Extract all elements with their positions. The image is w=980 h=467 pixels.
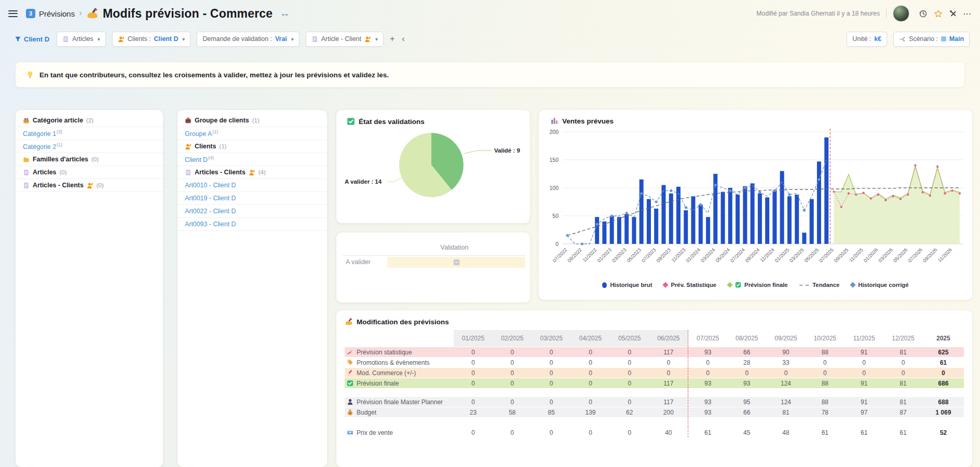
table-cell[interactable]: 117 — [649, 378, 688, 389]
table-cell[interactable]: 0 — [923, 368, 964, 378]
legend-item[interactable]: Prévision finale — [728, 282, 788, 288]
filter-chip-3[interactable]: Article - Client▾ — [306, 32, 384, 47]
list-item[interactable]: Art0022 - Client D — [178, 205, 327, 218]
resize-arrows-icon[interactable]: ↔ — [280, 8, 290, 19]
table-cell[interactable]: 0 — [454, 428, 493, 438]
list-item[interactable]: Art0019 - Client D — [178, 192, 327, 205]
indeterminate-checkbox-icon[interactable] — [453, 259, 460, 266]
table-cell[interactable]: 0 — [883, 358, 922, 368]
table-cell[interactable]: 0 — [532, 397, 571, 407]
column-header[interactable]: 12/2025 — [883, 330, 922, 347]
table-cell[interactable]: 625 — [923, 347, 964, 358]
column-header[interactable]: 09/2025 — [766, 330, 805, 347]
star-icon[interactable] — [934, 9, 943, 18]
legend-item[interactable]: Historique corrigé — [851, 282, 908, 288]
list-item[interactable]: Art0010 - Client D — [178, 179, 327, 192]
scenario-selector[interactable]: Scénario : Main — [893, 32, 970, 47]
table-cell[interactable]: 0 — [610, 428, 649, 438]
table-cell[interactable]: 0 — [532, 368, 571, 378]
column-header[interactable]: 04/2025 — [571, 330, 610, 347]
filter-chip-1[interactable]: Clients :Client D▾ — [112, 32, 191, 47]
legend-item[interactable]: Prév. Statistique — [663, 282, 716, 288]
table-cell[interactable]: 40 — [649, 428, 688, 438]
table-cell[interactable]: 0 — [532, 358, 571, 368]
table-cell[interactable]: 28 — [727, 358, 766, 368]
table-cell[interactable]: 0 — [454, 347, 493, 358]
column-header[interactable]: 2025 — [923, 330, 964, 347]
list-item[interactable]: Catégorie 1(3) — [16, 127, 163, 140]
table-cell[interactable]: 52 — [923, 428, 964, 438]
column-header[interactable]: 07/2025 — [688, 330, 727, 347]
table-cell[interactable]: 33 — [766, 358, 805, 368]
table-cell[interactable]: 0 — [688, 368, 727, 378]
table-cell[interactable]: 61 — [806, 428, 845, 438]
table-cell[interactable]: 0 — [493, 347, 532, 358]
table-cell[interactable]: 124 — [766, 397, 805, 407]
table-cell[interactable]: 0 — [766, 368, 805, 378]
table-cell[interactable]: 81 — [766, 407, 805, 418]
table-cell[interactable]: 0 — [610, 378, 649, 389]
section-header[interactable]: Catégorie article(2) — [16, 114, 163, 127]
table-cell[interactable]: 48 — [766, 428, 805, 438]
table-cell[interactable]: 0 — [493, 368, 532, 378]
table-cell[interactable]: 90 — [766, 347, 805, 358]
history-icon[interactable] — [919, 9, 928, 18]
table-cell[interactable]: 23 — [454, 407, 493, 418]
menu-icon[interactable] — [8, 10, 18, 17]
tools-icon[interactable] — [949, 9, 958, 18]
filter-chip-0[interactable]: Articles▾ — [57, 32, 106, 47]
table-cell[interactable]: 0 — [571, 378, 610, 389]
active-filter[interactable]: Client D — [15, 35, 49, 43]
table-cell[interactable]: 0 — [883, 368, 922, 378]
unit-selector[interactable]: Unité : k€ — [847, 32, 887, 47]
list-item[interactable]: Catégorie 2(1) — [16, 140, 163, 153]
table-cell[interactable]: 139 — [571, 407, 610, 418]
column-header[interactable]: 08/2025 — [727, 330, 766, 347]
table-cell[interactable]: 91 — [845, 397, 883, 407]
table-cell[interactable]: 61 — [845, 428, 883, 438]
table-cell[interactable]: 88 — [806, 378, 845, 389]
validation-cell[interactable] — [387, 257, 525, 268]
section-header[interactable]: Familles d'articles(0) — [16, 153, 163, 166]
column-header[interactable]: 03/2025 — [532, 330, 571, 347]
table-cell[interactable]: 0 — [727, 368, 766, 378]
table-cell[interactable]: 93 — [688, 347, 727, 358]
legend-item[interactable]: Historique brut — [602, 282, 652, 288]
table-cell[interactable]: 0 — [806, 358, 845, 368]
table-cell[interactable]: 81 — [883, 347, 922, 358]
table-cell[interactable]: 81 — [883, 397, 922, 407]
section-header[interactable]: Articles(0) — [16, 166, 163, 179]
table-cell[interactable]: 0 — [532, 428, 571, 438]
table-cell[interactable]: 93 — [688, 378, 727, 389]
breadcrumb[interactable]: Prévisions — [39, 9, 75, 18]
table-cell[interactable]: 93 — [688, 407, 727, 418]
collapse-filters-button[interactable]: ‹ — [402, 34, 404, 44]
table-cell[interactable]: 0 — [806, 368, 845, 378]
table-cell[interactable]: 0 — [649, 368, 688, 378]
column-header[interactable]: 05/2025 — [610, 330, 649, 347]
table-cell[interactable]: 78 — [806, 407, 845, 418]
table-cell[interactable]: 0 — [454, 358, 493, 368]
more-options-icon[interactable]: ⋯ — [963, 9, 972, 19]
table-cell[interactable]: 0 — [571, 397, 610, 407]
table-cell[interactable]: 93 — [727, 378, 766, 389]
table-cell[interactable]: 0 — [649, 358, 688, 368]
filter-chip-2[interactable]: Demande de validation :Vrai▾ — [197, 32, 299, 47]
table-cell[interactable]: 0 — [571, 368, 610, 378]
table-cell[interactable]: 88 — [806, 397, 845, 407]
table-cell[interactable]: 66 — [727, 407, 766, 418]
table-cell[interactable]: 61 — [688, 428, 727, 438]
table-cell[interactable]: 686 — [923, 378, 964, 389]
column-header[interactable]: 02/2025 — [493, 330, 532, 347]
table-cell[interactable]: 200 — [649, 407, 688, 418]
table-cell[interactable]: 0 — [845, 368, 883, 378]
table-cell[interactable]: 0 — [493, 358, 532, 368]
table-cell[interactable]: 0 — [454, 397, 493, 407]
section-header[interactable]: Articles - Clients(4) — [178, 166, 327, 179]
section-header[interactable]: Clients(1) — [178, 140, 327, 153]
table-cell[interactable]: 117 — [649, 397, 688, 407]
table-cell[interactable]: 0 — [493, 397, 532, 407]
table-cell[interactable]: 0 — [571, 428, 610, 438]
table-cell[interactable]: 61 — [923, 358, 964, 368]
avatar[interactable] — [893, 5, 909, 22]
